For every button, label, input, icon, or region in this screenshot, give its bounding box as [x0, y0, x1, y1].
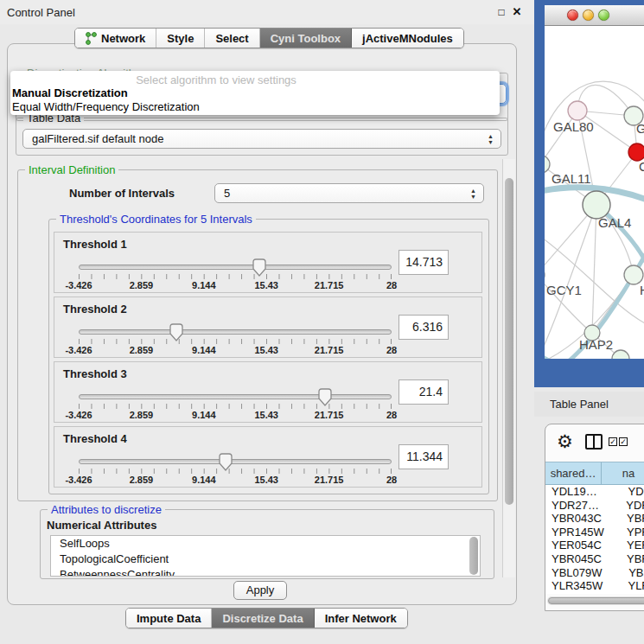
slider-ticks: [79, 339, 392, 344]
scale-label: 2.859: [130, 475, 154, 485]
tab-cyni-toolbox-label: Cyni Toolbox: [271, 32, 341, 45]
cell-name: YDR2: [620, 499, 644, 513]
table-row[interactable]: YBL079W YBL0: [545, 566, 644, 580]
node-gal80[interactable]: [568, 101, 587, 120]
threshold-3-box: Threshold 3 -3.426 2.859 9.144 15.43 21.…: [54, 361, 482, 423]
scale-label: 28: [386, 345, 397, 355]
menu-item-equal-width-frequency[interactable]: Equal Width/Frequency Discretization: [12, 100, 200, 113]
select-none-checkbox-icon[interactable]: ✓: [619, 437, 628, 446]
tab-jactivemnodules[interactable]: jActiveMNodules: [352, 29, 463, 48]
tab-style[interactable]: Style: [156, 29, 205, 48]
table-row[interactable]: YDL19… YDL1: [545, 485, 644, 499]
combo-stepper-icon: ▲▼: [469, 188, 477, 200]
threshold-3-label: Threshold 3: [63, 367, 127, 380]
algorithm-dropdown-popup: Select algorithm to view settings Manual…: [10, 71, 500, 115]
table-data-combobox[interactable]: galFiltered.sif default node ▲▼: [22, 129, 501, 149]
tab-discretize-data[interactable]: Discretize Data: [212, 609, 314, 628]
tab-cyni-toolbox[interactable]: Cyni Toolbox: [260, 29, 352, 48]
scale-label: -3.426: [65, 280, 92, 290]
main-scrollbar-thumb[interactable]: [505, 178, 513, 505]
table-header-row: shared… na: [545, 462, 644, 485]
menu-item-manual-discretization[interactable]: Manual Discretization: [12, 86, 128, 99]
scale-label: 2.859: [130, 345, 154, 355]
threshold-1-slider[interactable]: [79, 265, 392, 270]
threshold-2-value-field[interactable]: 6.316: [399, 315, 449, 340]
control-panel-title: Control Panel: [7, 6, 75, 19]
node-selected-red[interactable]: [628, 143, 644, 161]
node-label-gal80: GAL80: [553, 119, 594, 134]
cell-shared-name: YBR043C: [545, 512, 621, 526]
table-data-value: galFiltered.sif default node: [32, 132, 163, 145]
num-intervals-label: Number of Intervals: [69, 187, 175, 200]
minimize-traffic-light-icon[interactable]: [583, 10, 594, 21]
slider-ticks: [79, 274, 392, 279]
cell-shared-name: YER054C: [545, 539, 621, 552]
tab-impute-data[interactable]: Impute Data: [126, 609, 212, 628]
table-row[interactable]: YER054C YER0: [545, 539, 644, 552]
scale-label: -3.426: [65, 410, 92, 420]
tab-impute-data-label: Impute Data: [137, 612, 201, 625]
threshold-4-value-field[interactable]: 11.344: [399, 444, 449, 469]
cell-shared-name: YPR145W: [545, 526, 621, 539]
node-label-gal11: GAL11: [552, 171, 591, 186]
table-row[interactable]: YIL052C YIL0: [545, 593, 644, 594]
threshold-3-value-field[interactable]: 21.4: [399, 379, 449, 405]
scale-label: 9.144: [192, 410, 216, 420]
node-label-gcy1: GCY1: [546, 283, 582, 297]
column-header-name[interactable]: na: [602, 462, 644, 485]
scale-label: 21.715: [315, 410, 344, 420]
scale-label: 2.859: [130, 280, 154, 290]
numerical-attributes-list[interactable]: SelfLoops TopologicalCoefficient Between…: [50, 535, 481, 577]
tab-infer-network[interactable]: Infer Network: [315, 609, 407, 628]
table-row[interactable]: YPR145W YPR1: [545, 526, 644, 539]
list-item-betweennesscentrality[interactable]: BetweennessCentrality: [51, 567, 480, 577]
threshold-3-slider[interactable]: [79, 394, 392, 399]
apply-button[interactable]: Apply: [233, 581, 287, 600]
cell-name: YER0: [621, 539, 644, 552]
table-panel-titlebar: Table Panel: [534, 392, 644, 417]
list-item-topologicalcoefficient[interactable]: TopologicalCoefficient: [51, 552, 480, 567]
cell-name: YBR0: [621, 512, 644, 526]
table-hscrollbar-thumb[interactable]: [548, 597, 644, 604]
thresholds-group-label: Threshold's Coordinates for 5 Intervals: [56, 213, 256, 226]
threshold-1-value-field[interactable]: 14.713: [399, 250, 449, 275]
scale-label: 28: [386, 410, 397, 420]
num-intervals-value: 5: [224, 187, 230, 200]
num-intervals-combobox[interactable]: 5 ▲▼: [214, 183, 484, 203]
threshold-4-label: Threshold 4: [63, 432, 127, 445]
table-hscrollbar-track[interactable]: [547, 596, 644, 605]
gear-icon[interactable]: ⚙: [557, 431, 573, 452]
network-canvas[interactable]: GAL80 G C GAL11 GAL4 GCY1 H HAP2: [545, 26, 644, 359]
column-header-shared-name[interactable]: shared…: [545, 462, 602, 485]
close-window-icon[interactable]: ✕: [510, 5, 524, 19]
threshold-2-slider[interactable]: [79, 329, 392, 335]
scale-label: 9.144: [192, 280, 216, 290]
threshold-4-slider[interactable]: [79, 459, 392, 464]
node-right-middle[interactable]: [624, 265, 643, 284]
node-bottom-partial[interactable]: [612, 350, 629, 359]
slider-scale: -3.426 2.859 9.144 15.43 21.715 28: [79, 410, 392, 422]
table-row[interactable]: YLR345W YLR3: [545, 579, 644, 593]
attributes-scrollbar-thumb[interactable]: [469, 537, 478, 575]
zoom-traffic-light-icon[interactable]: [598, 10, 609, 21]
node-label-partial-c: C: [639, 159, 644, 174]
columns-icon[interactable]: [585, 434, 603, 450]
close-traffic-light-icon[interactable]: [567, 10, 578, 21]
table-row[interactable]: YBR043C YBR0: [545, 512, 644, 526]
float-window-icon[interactable]: □: [494, 5, 508, 19]
table-row[interactable]: YDR27… YDR2: [545, 499, 644, 513]
tab-style-label: Style: [167, 32, 194, 45]
control-panel-tabs: Network Style Select Cyni Toolbox jActiv…: [74, 28, 464, 48]
table-row[interactable]: YBR045C YBR0: [545, 552, 644, 566]
cyni-mode-tabs: Impute Data Discretize Data Infer Networ…: [125, 608, 408, 628]
interval-definition-label: Interval Definition: [25, 163, 118, 176]
tab-network[interactable]: Network: [75, 29, 156, 48]
network-graph: GAL80 G C GAL11 GAL4 GCY1 H HAP2: [545, 26, 644, 359]
scale-label: 15.43: [254, 280, 278, 290]
cell-shared-name: YDR27…: [545, 499, 620, 513]
cell-name: YBR0: [621, 552, 644, 566]
select-all-checkbox-icon[interactable]: ✓: [609, 437, 617, 446]
node-label-gal4: GAL4: [598, 215, 631, 230]
tab-select[interactable]: Select: [205, 29, 259, 48]
list-item-selfloops[interactable]: SelfLoops: [51, 536, 480, 552]
